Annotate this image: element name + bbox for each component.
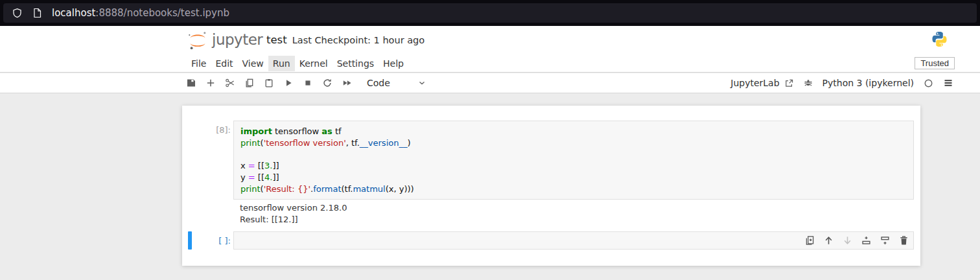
code-cell-editor[interactable]: import tensorflow as tfprint('tensorflow…	[233, 121, 914, 200]
cut-icon[interactable]	[224, 77, 236, 89]
jupyter-logo-text: jupyter	[212, 31, 262, 48]
output-line: Result: [[12.]]	[240, 214, 347, 226]
move-cell-up-icon[interactable]	[823, 235, 834, 246]
chevron-down-icon	[417, 78, 426, 88]
debugger-icon[interactable]	[802, 77, 814, 89]
restart-run-all-icon[interactable]	[341, 77, 353, 89]
notebook-toolbar: Code JupyterLab Python 3 (ipykernel)	[0, 73, 980, 93]
open-jupyterlab-link[interactable]: JupyterLab	[730, 78, 793, 88]
notebook-document: [8]: import tensorflow as tfprint('tenso…	[182, 106, 920, 266]
output-line: tensorflow version 2.18.0	[240, 202, 347, 214]
url-path: :8888/notebooks/test.ipynb	[95, 7, 229, 19]
menu-settings[interactable]: Settings	[332, 56, 379, 71]
kernel-name[interactable]: Python 3 (ipykernel)	[822, 78, 914, 88]
python-kernel-logo-icon	[931, 30, 948, 51]
menu-kernel[interactable]: Kernel	[295, 56, 332, 71]
url-host: localhost	[52, 7, 95, 19]
browser-url-bar: localhost:8888/notebooks/test.ipynb	[0, 0, 980, 26]
insert-cell-below-icon[interactable]	[880, 235, 891, 246]
shield-icon[interactable]	[12, 8, 23, 19]
run-cell-icon[interactable]	[283, 77, 294, 89]
external-link-icon	[784, 78, 794, 88]
menu-file[interactable]: File	[187, 56, 211, 71]
cell-type-dropdown[interactable]: Code	[367, 78, 426, 88]
trusted-button[interactable]: Trusted	[915, 57, 955, 69]
duplicate-cell-icon[interactable]	[804, 235, 815, 246]
cell-toolbar	[804, 235, 909, 246]
page-info-icon[interactable]	[32, 8, 42, 18]
cell-input-prompt: [ ]:	[182, 235, 231, 247]
jupyter-logo[interactable]: jupyter	[187, 30, 262, 51]
checkpoint-status: Last Checkpoint: 1 hour ago	[292, 35, 425, 45]
move-cell-down-icon[interactable]	[842, 235, 853, 246]
interrupt-kernel-icon[interactable]	[302, 77, 314, 89]
restart-kernel-icon[interactable]	[321, 77, 333, 89]
jupyter-logo-icon	[187, 30, 209, 51]
menu-bar: File Edit View Run Kernel Settings Help …	[0, 55, 980, 73]
insert-cell-icon[interactable]	[205, 77, 216, 89]
kernel-status-icon	[922, 77, 934, 89]
delete-cell-icon[interactable]	[898, 235, 909, 246]
cell-type-value: Code	[367, 78, 390, 88]
menu-edit[interactable]: Edit	[211, 56, 237, 71]
paste-icon[interactable]	[263, 77, 275, 89]
notebook-title[interactable]: test	[266, 34, 287, 46]
empty-cell-editor[interactable]	[233, 231, 914, 250]
cell-input-prompt: [8]:	[182, 124, 231, 136]
menu-run[interactable]: Run	[268, 56, 295, 71]
menu-view[interactable]: View	[238, 56, 268, 71]
jupyterlab-label: JupyterLab	[730, 78, 779, 88]
cell-output-area: tensorflow version 2.18.0 Result: [[12.]…	[240, 202, 347, 225]
copy-icon[interactable]	[244, 77, 255, 89]
jupyter-header: jupyter test Last Checkpoint: 1 hour ago	[0, 26, 980, 55]
url-text: localhost:8888/notebooks/test.ipynb	[52, 7, 229, 19]
menu-help[interactable]: Help	[379, 56, 408, 71]
url-field[interactable]: localhost:8888/notebooks/test.ipynb	[3, 3, 977, 23]
insert-cell-above-icon[interactable]	[861, 235, 872, 246]
save-icon[interactable]	[185, 77, 197, 89]
hamburger-menu-icon[interactable]	[942, 77, 954, 89]
